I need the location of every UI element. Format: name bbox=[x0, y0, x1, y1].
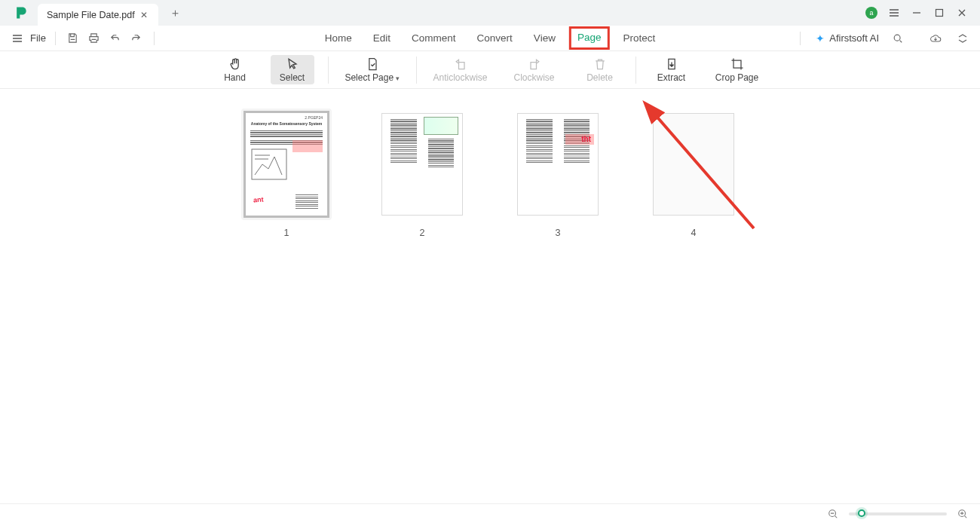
menu-edit[interactable]: Edit bbox=[372, 29, 392, 47]
file-menu-group: File bbox=[9, 30, 159, 47]
menu-view[interactable]: View bbox=[532, 29, 557, 47]
close-window-icon[interactable] bbox=[956, 7, 968, 19]
extract-icon bbox=[664, 57, 679, 72]
anticlockwise-button[interactable]: Anticlockwise bbox=[430, 55, 491, 84]
page-grid-view: 2.PGEP24Anatomy of the Somatosensory Sys… bbox=[0, 89, 980, 503]
page-number: 2 bbox=[420, 228, 425, 238]
tool-label: Select bbox=[280, 72, 305, 83]
save-icon[interactable] bbox=[65, 30, 81, 47]
zoom-slider[interactable] bbox=[849, 512, 947, 515]
tab-title: Sample File Date.pdf bbox=[47, 10, 135, 20]
menu-convert[interactable]: Convert bbox=[476, 29, 514, 47]
avatar[interactable]: a bbox=[865, 7, 877, 19]
page-check-icon bbox=[365, 57, 380, 72]
window-controls: a bbox=[865, 7, 975, 19]
page-preview: tht bbox=[517, 113, 599, 216]
page-thumb-2[interactable]: 2 bbox=[373, 109, 471, 503]
divider bbox=[416, 57, 417, 84]
page-number: 1 bbox=[284, 228, 289, 238]
extract-button[interactable]: Extract bbox=[650, 55, 694, 84]
search-icon[interactable] bbox=[890, 30, 906, 47]
menu-icon[interactable] bbox=[888, 7, 900, 19]
svg-rect-0 bbox=[936, 10, 943, 17]
minimize-icon[interactable] bbox=[911, 7, 923, 19]
tool-label: Select Page bbox=[345, 72, 399, 83]
rotate-left-icon bbox=[453, 57, 468, 72]
new-tab-button[interactable]: ＋ bbox=[164, 2, 185, 23]
select-page-button[interactable]: Select Page bbox=[342, 55, 403, 84]
menu-home[interactable]: Home bbox=[323, 29, 354, 47]
select-button[interactable]: Select bbox=[271, 55, 314, 84]
main-menu: HomeEditCommentConvertViewPageProtect bbox=[323, 29, 657, 47]
ai-label: Afirstsoft AI bbox=[829, 32, 879, 44]
redo-icon[interactable] bbox=[128, 30, 145, 47]
crop-icon bbox=[730, 57, 745, 72]
maximize-icon[interactable] bbox=[933, 7, 945, 19]
title-bar: Sample File Date.pdf ✕ ＋ a bbox=[0, 0, 980, 26]
menubar-right: ✦ Afirstsoft AI bbox=[795, 30, 971, 47]
page-thumb-3[interactable]: tht3 bbox=[509, 109, 607, 503]
page-number: 3 bbox=[556, 228, 561, 238]
panel-collapse-icon[interactable] bbox=[954, 30, 971, 47]
menu-comment[interactable]: Comment bbox=[410, 29, 458, 47]
tool-label: Delete bbox=[586, 72, 613, 83]
page-preview bbox=[653, 113, 734, 216]
app-logo bbox=[5, 5, 38, 20]
hand-icon bbox=[228, 57, 243, 72]
sparkle-icon: ✦ bbox=[816, 32, 825, 44]
zoom-out-icon[interactable] bbox=[825, 506, 841, 522]
divider bbox=[55, 32, 56, 45]
tool-label: Anticlockwise bbox=[433, 72, 487, 83]
file-menu-label[interactable]: File bbox=[30, 32, 46, 44]
divider bbox=[800, 32, 801, 45]
menu-bar: File HomeEditCommentConvertViewPageProte… bbox=[0, 26, 980, 51]
svg-rect-2 bbox=[252, 149, 286, 179]
page-preview bbox=[381, 113, 463, 216]
tool-label: Extract bbox=[657, 72, 685, 83]
clockwise-button[interactable]: Clockwise bbox=[504, 55, 565, 84]
page-ribbon: HandSelectSelect PageAnticlockwiseClockw… bbox=[0, 51, 980, 89]
trash-icon bbox=[593, 57, 608, 72]
cursor-icon bbox=[285, 57, 300, 72]
menu-protect[interactable]: Protect bbox=[621, 29, 657, 47]
tool-label: Clockwise bbox=[513, 72, 554, 83]
delete-button[interactable]: Delete bbox=[578, 55, 622, 84]
rotate-right-icon bbox=[527, 57, 542, 72]
svg-point-1 bbox=[894, 35, 900, 41]
page-thumb-1[interactable]: 2.PGEP24Anatomy of the Somatosensory Sys… bbox=[237, 109, 335, 503]
hamburger-icon[interactable] bbox=[9, 30, 26, 47]
menu-page[interactable]: Page bbox=[569, 26, 610, 50]
tool-label: Hand bbox=[224, 72, 246, 83]
zoom-in-icon[interactable] bbox=[954, 506, 971, 522]
page-number: 4 bbox=[691, 228, 697, 238]
crop-page-button[interactable]: Crop Page bbox=[707, 55, 767, 84]
tab-current-file[interactable]: Sample File Date.pdf ✕ bbox=[38, 4, 158, 26]
print-icon[interactable] bbox=[86, 30, 103, 47]
cloud-icon[interactable] bbox=[927, 30, 944, 47]
status-bar bbox=[0, 503, 980, 523]
divider bbox=[154, 32, 155, 45]
close-tab-icon[interactable]: ✕ bbox=[139, 10, 149, 20]
page-preview: 2.PGEP24Anatomy of the Somatosensory Sys… bbox=[246, 113, 327, 216]
divider bbox=[328, 57, 329, 84]
zoom-thumb[interactable] bbox=[858, 509, 865, 517]
undo-icon[interactable] bbox=[107, 30, 124, 47]
tool-label: Crop Page bbox=[715, 72, 758, 83]
hand-button[interactable]: Hand bbox=[213, 55, 257, 84]
ai-assistant-button[interactable]: ✦ Afirstsoft AI bbox=[816, 32, 879, 44]
page-thumb-4[interactable]: 4 bbox=[645, 109, 743, 503]
divider bbox=[635, 57, 636, 84]
